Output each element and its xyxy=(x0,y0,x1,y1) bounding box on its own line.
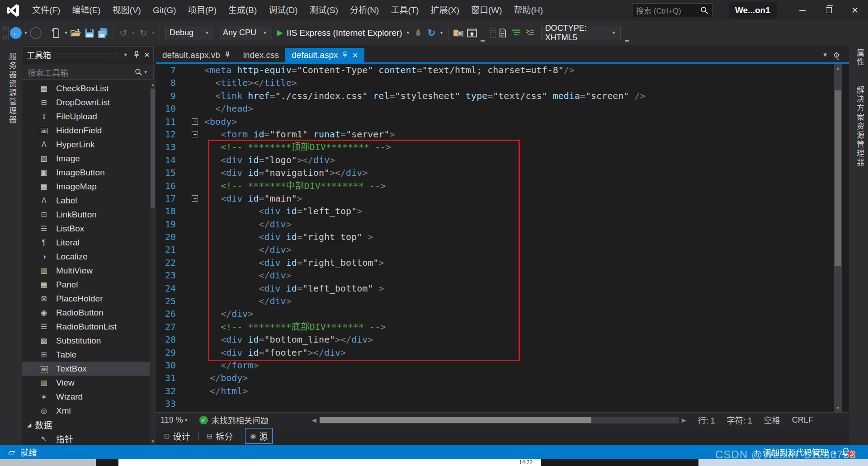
toolbox-item[interactable]: ▦Panel xyxy=(22,278,150,292)
toolbox-item[interactable]: ▣ImageButton xyxy=(22,165,150,179)
run-target-dropdown[interactable]: ▾ xyxy=(405,30,411,36)
server-explorer-vertical-tab[interactable]: 服务器资源管理器 xyxy=(6,52,18,125)
close-icon[interactable]: × xyxy=(352,50,358,61)
line-ending-indicator[interactable]: CRLF xyxy=(792,415,813,425)
menu-item[interactable]: 编辑(E) xyxy=(66,0,106,20)
navigate-back-button[interactable]: ← xyxy=(10,27,22,39)
undo-dropdown[interactable]: ▾ xyxy=(130,30,137,36)
toolbox-scrollbar-thumb[interactable] xyxy=(151,89,155,208)
indent-lines-icon[interactable] xyxy=(523,25,537,41)
background-tasks-icon[interactable]: ▱ xyxy=(8,447,15,457)
pin-icon[interactable] xyxy=(224,50,231,60)
toolbox-item[interactable]: ▥MultiView xyxy=(22,264,150,278)
zoom-level-dropdown[interactable]: 119 % xyxy=(160,415,183,425)
toolbox-search-input[interactable]: 搜索工具箱 ▾ xyxy=(23,65,154,80)
redo-dropdown[interactable]: ▾ xyxy=(150,30,156,36)
toolbox-item[interactable]: ◉RadioButton xyxy=(22,306,150,320)
code-line[interactable]: 7<meta http-equiv="Content-Type" content… xyxy=(156,64,833,76)
menu-item[interactable]: 文件(F) xyxy=(26,0,66,20)
toolbox-item[interactable]: ⊡LinkButton xyxy=(22,207,150,221)
toolbox-group-data[interactable]: ◢数据 xyxy=(22,418,150,432)
menu-item[interactable]: 测试(S) xyxy=(304,0,344,20)
hot-reload-icon[interactable] xyxy=(411,25,425,41)
toolbox-item[interactable]: ∗Wizard xyxy=(22,390,150,404)
toolbar-overflow-2[interactable] xyxy=(625,40,629,42)
find-in-files-icon[interactable] xyxy=(452,25,465,41)
collapse-toggle[interactable]: − xyxy=(192,118,198,125)
collapse-toggle[interactable]: − xyxy=(192,131,198,137)
toolbar-overflow[interactable] xyxy=(481,40,485,42)
toolbox-header[interactable]: 工具箱 ▼ × xyxy=(23,46,154,63)
toolbox-item[interactable]: ▨Image xyxy=(22,151,150,165)
undo-button[interactable]: ↺ xyxy=(117,25,130,41)
code-line[interactable]: 31 </body> xyxy=(156,372,833,384)
toolbox-item-pointer[interactable]: ↖指针 xyxy=(22,432,150,445)
toolbox-item[interactable]: ⊠PlaceHolder xyxy=(22,292,150,306)
toolbox-item[interactable]: ◑Localize xyxy=(22,249,150,264)
right-vertical-tab[interactable]: 属性 xyxy=(854,49,865,67)
pin-icon[interactable] xyxy=(133,51,140,58)
menu-item[interactable]: 生成(B) xyxy=(222,0,263,20)
toolbox-item[interactable]: ⊟DropDownList xyxy=(22,95,150,109)
close-button[interactable]: × xyxy=(842,0,868,20)
save-all-button[interactable] xyxy=(96,25,110,41)
editor-vertical-scrollbar[interactable]: ▲ ▼ xyxy=(834,64,842,412)
menu-item[interactable]: 项目(P) xyxy=(182,0,222,20)
horizontal-scrollbar-thumb[interactable] xyxy=(320,417,591,423)
open-file-button[interactable] xyxy=(69,25,83,41)
toolbox-item[interactable]: ▦ImageMap xyxy=(22,179,150,193)
toolbox-close-icon[interactable]: × xyxy=(144,49,150,60)
doctype-dropdown[interactable]: DOCTYPE: XHTML5▾ xyxy=(541,26,621,40)
menu-item[interactable]: 窗口(W) xyxy=(465,0,508,20)
code-line[interactable]: 12 <form id="form1" runat="server"> xyxy=(156,128,833,141)
menu-item[interactable]: 视图(V) xyxy=(107,0,147,20)
hscroll-left-arrow[interactable]: ◀ xyxy=(312,417,316,424)
solution-platform-dropdown[interactable]: Any CPU▾ xyxy=(219,26,272,40)
caret-line-indicator[interactable]: 行: 1 xyxy=(698,414,715,426)
toolbox-item[interactable]: ☰ListBox xyxy=(22,221,150,235)
editor-scrollbar-thumb[interactable] xyxy=(835,90,841,266)
navigate-forward-button[interactable]: → xyxy=(30,27,42,39)
editor-tab-index.css[interactable]: index.css xyxy=(237,48,285,62)
menu-item[interactable]: 工具(T) xyxy=(385,0,425,20)
refresh-dropdown[interactable]: ▾ xyxy=(439,30,445,36)
code-line[interactable]: 33 xyxy=(156,397,833,410)
menu-item[interactable]: 分析(N) xyxy=(344,0,385,20)
menu-item[interactable]: 扩展(X) xyxy=(425,0,465,20)
new-file-dropdown[interactable]: ▾ xyxy=(63,30,69,36)
editor-horizontal-scrollbar[interactable] xyxy=(319,417,679,424)
browser-preview-icon[interactable] xyxy=(465,25,479,41)
code-line[interactable]: 9 <link href="./css/index.css" rel="styl… xyxy=(156,89,833,102)
menu-item[interactable]: 帮助(H) xyxy=(508,0,549,20)
chevron-down-icon[interactable]: ▾ xyxy=(823,51,827,60)
toolbox-scrollbar[interactable]: ▲ ▼ xyxy=(150,81,156,445)
toolbar-grip[interactable] xyxy=(3,26,9,40)
new-file-button[interactable] xyxy=(49,25,63,41)
editor-split-gripper[interactable]: ≡ xyxy=(834,58,842,63)
view-tab-源[interactable]: ◉源 xyxy=(245,428,273,444)
hscroll-right-arrow[interactable]: ▶ xyxy=(682,417,686,424)
menu-item[interactable]: Git(G) xyxy=(147,0,182,20)
minimize-button[interactable]: ─ xyxy=(789,0,816,20)
toolbox-item[interactable]: abTextBox xyxy=(22,362,150,376)
save-button[interactable] xyxy=(83,25,96,41)
start-debug-button[interactable]: ▶ IIS Express (Internet Explorer) xyxy=(277,28,402,38)
code-line[interactable]: 11<body> xyxy=(156,115,833,128)
restore-button[interactable] xyxy=(816,0,842,20)
toolbox-menu-caret[interactable]: ▼ xyxy=(123,52,129,57)
toolbox-item[interactable]: ¶Literal xyxy=(22,235,150,249)
caret-column-indicator[interactable]: 字符: 1 xyxy=(727,414,752,426)
right-vertical-tab[interactable]: 解决方案资源管理器 xyxy=(854,86,865,167)
toolbox-item[interactable]: ☰RadioButtonList xyxy=(22,320,150,334)
toolbox-item[interactable]: ⊞Table xyxy=(22,348,150,362)
toolbox-drag-handle[interactable] xyxy=(56,52,118,57)
toolbox-item[interactable]: abHiddenField xyxy=(22,123,150,137)
refresh-button[interactable]: ↻ xyxy=(425,25,439,41)
code-line[interactable]: 32 </html> xyxy=(156,385,833,397)
toolbox-item[interactable]: ◎Xml xyxy=(22,404,150,418)
toolbox-item[interactable]: ▩Substitution xyxy=(22,334,150,348)
toolbox-item[interactable]: ALabel xyxy=(22,193,150,207)
toolbox-item[interactable]: ⇧FileUpload xyxy=(22,109,150,123)
quick-search-box[interactable]: 搜索 (Ctrl+Q) xyxy=(632,3,712,17)
collapse-toggle[interactable]: − xyxy=(192,195,198,202)
